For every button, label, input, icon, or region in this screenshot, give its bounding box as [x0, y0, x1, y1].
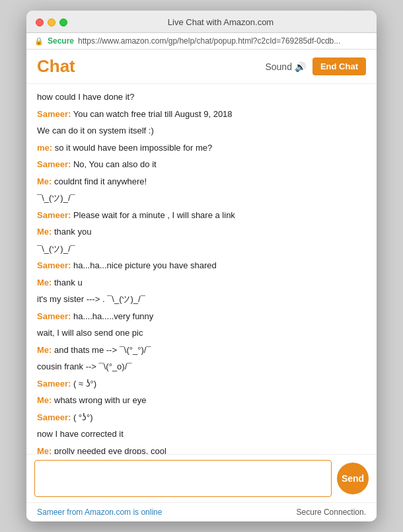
list-item: Me: thank u: [37, 276, 366, 289]
url-text: https://www.amazon.com/gp/help/chat/popu…: [78, 36, 340, 46]
address-bar: 🔒 Secure https://www.amazon.com/gp/help/…: [26, 33, 377, 50]
list-item: cousin frank --> ¯\(°_o)/¯: [37, 360, 366, 373]
list-item: Sameer: You can watch free trial till Au…: [37, 108, 366, 121]
chat-footer: Sameer from Amazon.com is online Secure …: [26, 502, 377, 521]
chat-window: Live Chat with Amazon.com 🔒 Secure https…: [26, 11, 377, 521]
sound-area[interactable]: Sound 🔊: [265, 61, 305, 72]
list-item: Sameer: ( °ʖ°): [37, 411, 366, 424]
message-text: You can watch free trial till August 9, …: [71, 109, 232, 119]
list-item: Me: whats wrong with ur eye: [37, 394, 366, 407]
window-title: Live Chat with Amazon.com: [74, 17, 367, 27]
chat-input-area: Send: [26, 454, 377, 502]
sound-label: Sound: [265, 61, 291, 72]
message-text: ha...ha...nice picture you have shared: [71, 260, 216, 270]
message-text: so it would have been impossible for me?: [52, 143, 212, 153]
message-text: ( ≈ ʖ°): [71, 379, 96, 389]
list-item: Me: thank you: [37, 225, 366, 239]
traffic-lights: [36, 19, 67, 26]
speaker-icon: 🔊: [295, 61, 306, 72]
list-item: it's my sister ---> . ¯\_(ツ)_/¯: [37, 293, 366, 306]
message-text: ha....ha.....very funny: [71, 311, 153, 321]
chat-messages: how could I have done it? Sameer: You ca…: [26, 84, 377, 454]
close-button[interactable]: [36, 19, 44, 26]
message-input[interactable]: [34, 460, 332, 497]
list-item: ¯\_(ツ)_/¯: [37, 192, 366, 205]
list-item: how could I have done it?: [37, 91, 366, 104]
message-text: thank u: [52, 278, 82, 287]
message-text: ( °ʖ°): [71, 412, 92, 422]
minimize-button[interactable]: [48, 19, 55, 26]
list-item: Me: couldnt find it anywhere!: [37, 175, 366, 188]
title-bar: Live Chat with Amazon.com: [26, 11, 377, 33]
list-item: Me: prolly needed eye drops. cool: [37, 445, 366, 455]
message-text: whats wrong with ur eye: [52, 395, 146, 405]
message-text: couldnt find it anywhere!: [52, 176, 147, 186]
message-text: Please wait for a minute , I will share …: [71, 210, 235, 220]
chat-title: Chat: [37, 56, 75, 77]
agent-status: Sameer from Amazon.com is online: [37, 508, 162, 517]
header-right: Sound 🔊 End Chat: [265, 57, 366, 75]
message-text: and thats me --> ¯\(°_°)/¯: [52, 345, 151, 355]
secure-connection: Secure Connection.: [297, 508, 366, 517]
message-text: No, You can also do it: [71, 159, 156, 169]
lock-icon: 🔒: [34, 37, 44, 46]
list-item: Sameer: ha....ha.....very funny: [37, 310, 366, 323]
message-text: thank you: [52, 227, 91, 237]
list-item: now I have corrected it: [37, 428, 366, 441]
chat-header: Chat Sound 🔊 End Chat: [26, 50, 377, 84]
list-item: wait, I will also send one pic: [37, 326, 366, 340]
list-item: me: so it would have been impossible for…: [37, 141, 366, 155]
list-item: Me: and thats me --> ¯\(°_°)/¯: [37, 344, 366, 357]
list-item: Sameer: Please wait for a minute , I wil…: [37, 209, 366, 222]
list-item: Sameer: No, You can also do it: [37, 158, 366, 171]
maximize-button[interactable]: [59, 19, 67, 26]
list-item: Sameer: ( ≈ ʖ°): [37, 377, 366, 391]
list-item: ¯\_(ツ)_/¯: [37, 243, 366, 256]
message-text: how could I have done it?: [37, 92, 134, 102]
list-item: We can do it on system itself :): [37, 124, 366, 137]
end-chat-button[interactable]: End Chat: [312, 57, 366, 75]
secure-label: Secure: [48, 36, 74, 46]
message-text: prolly needed eye drops. cool: [52, 446, 166, 455]
send-button[interactable]: Send: [337, 463, 369, 494]
list-item: Sameer: ha...ha...nice picture you have …: [37, 259, 366, 272]
